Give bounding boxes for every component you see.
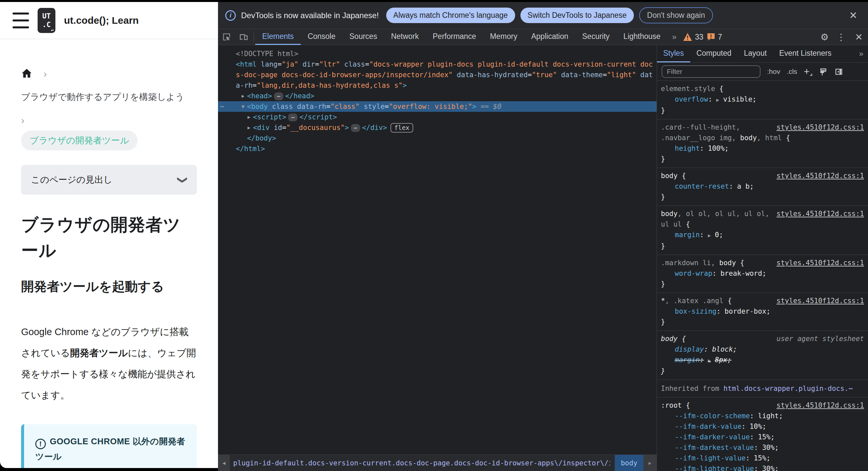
breadcrumb-section[interactable]: ブラウザで動作するアプリを構築しよう xyxy=(21,91,197,103)
css-declaration[interactable]: display:block; xyxy=(661,344,864,354)
css-declaration[interactable]: margin:▶0; xyxy=(661,229,864,241)
css-property-value[interactable]: 100%; xyxy=(708,145,729,152)
stylesheet-link[interactable]: styles.4510f12d.css:1 xyxy=(776,170,864,181)
css-property-value[interactable]: 8px; xyxy=(715,356,732,364)
css-property-value[interactable]: visible; xyxy=(723,95,756,103)
stylesheet-link[interactable]: styles.4510f12d.css:1 xyxy=(776,258,864,268)
css-declaration[interactable]: margin:▶8px; xyxy=(661,354,864,366)
tab-network[interactable]: Network xyxy=(384,29,426,45)
css-declaration[interactable]: --ifm-light-value:15%; xyxy=(661,453,864,463)
tab-application[interactable]: Application xyxy=(524,29,576,45)
css-property-name[interactable]: box-sizing xyxy=(675,307,716,315)
css-property-value[interactable]: 30%; xyxy=(762,444,779,451)
flex-badge[interactable]: flex xyxy=(391,123,413,133)
crumb-back-button[interactable]: ◀ xyxy=(218,455,230,471)
site-title[interactable]: ut.code(); Learn xyxy=(64,15,139,26)
expand-value-icon[interactable]: ▶ xyxy=(708,232,711,239)
crumb-forward-button[interactable]: ▶ xyxy=(643,455,657,471)
tab-lighthouse[interactable]: Lighthouse xyxy=(616,29,668,45)
tab-sources[interactable]: Sources xyxy=(342,29,384,45)
crumb-path[interactable]: plugin-id-default.docs-version-current.d… xyxy=(230,455,610,471)
tab-performance[interactable]: Performance xyxy=(426,29,483,45)
rule-selector[interactable]: styles.4510f12d.css:1.card--full-height,… xyxy=(661,122,864,143)
tree-line[interactable]: </body> xyxy=(218,133,657,144)
settings-gear-icon[interactable]: ⚙ xyxy=(816,32,832,42)
tree-line[interactable]: <html lang="ja" dir="ltr" class="docs-wr… xyxy=(218,59,657,91)
pseudo-state-toggle[interactable]: :hov xyxy=(767,68,780,75)
rule-selector[interactable]: user agent stylesheetbody { xyxy=(661,334,864,344)
css-declaration[interactable]: --ifm-dark-value:10%; xyxy=(661,421,864,432)
toc-collapsible[interactable]: このページの見出し ❯ xyxy=(21,165,197,195)
css-property-value[interactable]: a b; xyxy=(737,182,754,190)
css-declaration[interactable]: --ifm-lighter-value:30%; xyxy=(661,463,864,471)
toggle-sidebar-icon[interactable] xyxy=(834,67,843,76)
sidebar-tab-layout[interactable]: Layout xyxy=(738,45,773,62)
site-logo[interactable]: UT .C ↩ xyxy=(38,8,55,33)
row-options-icon[interactable]: ⋯ xyxy=(220,101,224,112)
crumb-selected-body[interactable]: body xyxy=(615,455,643,471)
css-property-name[interactable]: --ifm-color-scheme xyxy=(675,412,750,420)
tab-elements[interactable]: Elements xyxy=(255,29,301,45)
css-property-value[interactable]: 15%; xyxy=(754,454,771,462)
css-property-name[interactable]: margin xyxy=(675,356,700,364)
rendering-brush-icon[interactable] xyxy=(819,67,828,76)
tree-line[interactable]: ▶<script>⋯</script> xyxy=(218,112,657,122)
devtools-close-icon[interactable]: ✕ xyxy=(850,32,868,42)
css-declaration[interactable]: word-wrap:break-word; xyxy=(661,268,864,279)
css-declaration[interactable]: box-sizing:border-box; xyxy=(661,306,864,317)
css-property-name[interactable]: counter-reset xyxy=(675,182,729,190)
stylesheet-link[interactable]: styles.4510f12d.css:1 xyxy=(776,400,864,411)
css-declaration[interactable]: overflow:▶visible; xyxy=(661,94,864,105)
tree-line[interactable]: <!DOCTYPE html> xyxy=(218,49,657,59)
expand-value-icon[interactable]: ▶ xyxy=(708,357,711,364)
css-property-value[interactable]: border-box; xyxy=(724,307,770,315)
stylesheet-link[interactable]: styles.4510f12d.css:1 xyxy=(776,122,864,133)
home-icon[interactable] xyxy=(21,68,32,80)
expand-ellipsis-button[interactable]: ⋯ xyxy=(274,92,283,100)
tree-line[interactable]: ⋯▼<body class data-rh="class" style="ove… xyxy=(218,101,657,112)
css-property-value[interactable]: 15%; xyxy=(758,433,775,441)
tab-memory[interactable]: Memory xyxy=(483,29,524,45)
dont-show-again-button[interactable]: Don't show again xyxy=(639,7,713,24)
css-declaration[interactable]: --ifm-color-scheme:light; xyxy=(661,411,864,421)
css-property-name[interactable]: --ifm-darker-value xyxy=(675,433,750,441)
menu-button[interactable] xyxy=(12,12,29,29)
css-property-value[interactable]: block; xyxy=(712,345,737,353)
expand-arrow-right-icon[interactable]: ▶ xyxy=(239,91,247,101)
stylesheet-link[interactable]: styles.4510f12d.css:1 xyxy=(776,209,864,219)
element-class-toggle[interactable]: .cls xyxy=(787,68,798,75)
css-property-name[interactable]: margin xyxy=(675,231,700,239)
rule-selector[interactable]: styles.4510f12d.css:1*, .katex .angl { xyxy=(661,295,864,306)
css-property-name[interactable]: --ifm-light-value xyxy=(675,454,746,462)
tab-console[interactable]: Console xyxy=(301,29,342,45)
tree-line[interactable]: ▶<div id="__docusaurus">⋯</div>flex xyxy=(218,122,657,133)
rule-selector[interactable]: styles.4510f12d.css:1body { xyxy=(661,170,864,181)
css-property-value[interactable]: break-word; xyxy=(720,270,766,277)
kebab-menu-icon[interactable]: ⋮ xyxy=(833,32,850,42)
css-property-value[interactable]: light; xyxy=(758,412,783,420)
css-property-name[interactable]: height xyxy=(675,145,700,152)
css-property-name[interactable]: overflow xyxy=(675,95,708,103)
sidebar-tab-event-listeners[interactable]: Event Listeners xyxy=(773,45,838,62)
infobar-close-icon[interactable]: ✕ xyxy=(846,9,861,21)
css-property-name[interactable]: word-wrap xyxy=(675,270,712,277)
css-declaration[interactable]: counter-reset:a b; xyxy=(661,181,864,192)
device-toolbar-icon[interactable] xyxy=(235,29,252,45)
css-property-name[interactable]: --ifm-dark-value xyxy=(675,422,741,431)
inherited-element-link[interactable]: html.docs-wrapper.plugin-docs.⋯ xyxy=(723,385,853,392)
tree-line[interactable]: </html> xyxy=(218,144,657,154)
css-property-value[interactable]: 30%; xyxy=(762,465,779,471)
css-property-name[interactable]: --ifm-lighter-value xyxy=(675,465,754,471)
issues-counter[interactable]: 7 xyxy=(707,33,722,41)
css-property-value[interactable]: 0; xyxy=(715,231,723,239)
more-tabs-icon[interactable]: » xyxy=(668,29,680,45)
tree-line[interactable]: ▶<head>⋯</head> xyxy=(218,91,657,101)
css-property-name[interactable]: --ifm-darkest-value xyxy=(675,444,754,451)
new-style-rule-button[interactable]: + xyxy=(804,66,812,77)
styles-filter-input[interactable] xyxy=(661,65,761,78)
rule-selector[interactable]: styles.4510f12d.css:1body, ol ol, ol ul,… xyxy=(661,209,864,229)
css-declaration[interactable]: --ifm-darkest-value:30%; xyxy=(661,442,864,453)
css-property-value[interactable]: 10%; xyxy=(750,422,767,431)
expand-ellipsis-button[interactable]: ⋯ xyxy=(288,114,298,121)
warnings-counter[interactable]: 33 xyxy=(683,33,704,41)
